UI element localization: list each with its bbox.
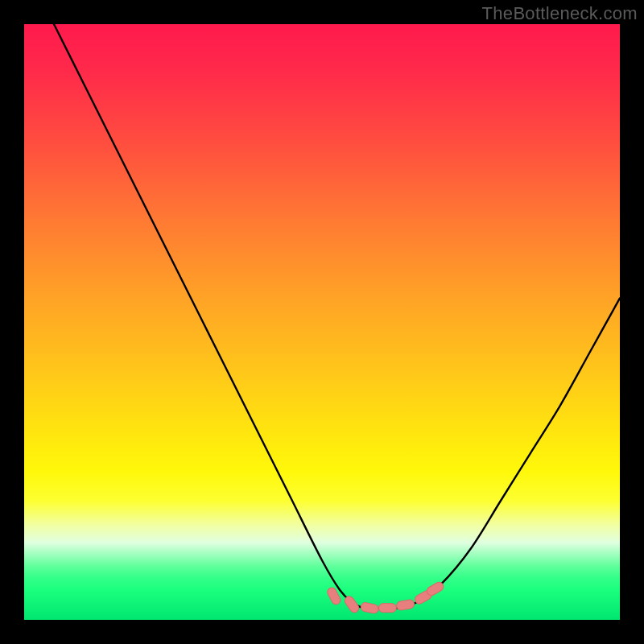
flat-marker-4 xyxy=(378,604,396,613)
chart-svg xyxy=(24,24,620,620)
plot-area xyxy=(24,24,620,620)
flat-marker-7 xyxy=(425,580,445,597)
marker-group xyxy=(326,580,445,614)
watermark-text: TheBottleneck.com xyxy=(482,3,638,24)
flat-marker-3 xyxy=(360,602,379,614)
flat-marker-2 xyxy=(343,595,361,614)
bottleneck-curve xyxy=(54,24,620,609)
flat-marker-5 xyxy=(396,599,415,610)
chart-frame: TheBottleneck.com xyxy=(0,0,644,644)
